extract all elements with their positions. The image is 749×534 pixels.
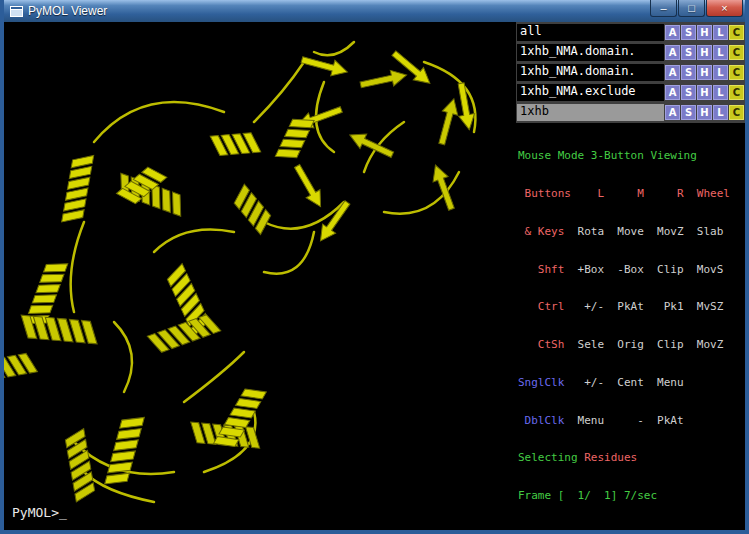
show-button[interactable]: S <box>681 45 696 60</box>
internal-gui-panel: all A S H L C 1xhb_NMA.domain. A S H L C… <box>516 22 745 530</box>
protein-structure <box>4 22 516 526</box>
viewport-3d[interactable]: PyMOL>_ <box>4 22 516 530</box>
show-button[interactable]: S <box>681 105 696 120</box>
color-button[interactable]: C <box>729 105 744 120</box>
selecting-toggle[interactable]: Selecting Residues <box>518 452 745 465</box>
minimize-button[interactable]: – <box>650 0 677 17</box>
label-button[interactable]: L <box>713 85 728 100</box>
show-button[interactable]: S <box>681 85 696 100</box>
action-button[interactable]: A <box>665 105 680 120</box>
mouse-key-row: SnglClk +/- Cent Menu <box>518 377 745 390</box>
hide-button[interactable]: H <box>697 65 712 80</box>
mouse-mode-panel: Mouse Mode 3-Button Viewing Buttons L M … <box>516 123 745 530</box>
object-row: 1xhb_NMA.domain. A S H L C <box>517 43 744 62</box>
show-button[interactable]: S <box>681 65 696 80</box>
hide-button[interactable]: H <box>697 45 712 60</box>
color-button[interactable]: C <box>729 85 744 100</box>
object-name[interactable]: 1xhb_NMA.exclude <box>517 84 664 101</box>
frame-indicator: Frame [ 1/ 1] 7/sec <box>518 490 745 503</box>
movie-controls: |◀ ◀ ■ ▶ ▶| ▶| S ▼ <box>516 530 745 534</box>
object-name[interactable]: 1xhb_NMA.domain. <box>517 64 664 81</box>
hide-button[interactable]: H <box>697 25 712 40</box>
show-button[interactable]: S <box>681 25 696 40</box>
command-prompt[interactable]: PyMOL>_ <box>12 505 67 520</box>
mouse-key-row: DblClk Menu - PkAt <box>518 415 745 428</box>
action-button[interactable]: A <box>665 65 680 80</box>
object-name[interactable]: 1xhb_NMA.domain. <box>517 44 664 61</box>
beta-sheet-domain <box>275 47 477 246</box>
label-button[interactable]: L <box>713 45 728 60</box>
label-button[interactable]: L <box>713 25 728 40</box>
action-button[interactable]: A <box>665 25 680 40</box>
title-bar[interactable]: PyMOL Viewer – □ × <box>4 0 745 22</box>
object-row: all A S H L C <box>517 23 744 42</box>
close-button[interactable]: × <box>706 0 743 17</box>
mouse-key-row: CtSh Sele Orig Clip MovZ <box>518 339 745 352</box>
action-button[interactable]: A <box>665 85 680 100</box>
object-row: 1xhb A S H L C <box>517 103 744 122</box>
object-name[interactable]: all <box>517 24 664 41</box>
alpha-helix-domain <box>4 132 276 502</box>
app-icon <box>10 6 23 17</box>
label-button[interactable]: L <box>713 65 728 80</box>
color-button[interactable]: C <box>729 65 744 80</box>
mouse-key-row: Buttons L M R Wheel <box>518 188 745 201</box>
mouse-key-row: & Keys Rota Move MovZ Slab <box>518 226 745 239</box>
hide-button[interactable]: H <box>697 105 712 120</box>
object-name-selected[interactable]: 1xhb <box>517 104 664 121</box>
action-button[interactable]: A <box>665 45 680 60</box>
object-row: 1xhb_NMA.domain. A S H L C <box>517 63 744 82</box>
color-button[interactable]: C <box>729 25 744 40</box>
object-row: 1xhb_NMA.exclude A S H L C <box>517 83 744 102</box>
window-title: PyMOL Viewer <box>28 4 107 18</box>
window-controls: – □ × <box>649 0 743 17</box>
pymol-window: PyMOL Viewer – □ × <box>0 0 749 534</box>
hide-button[interactable]: H <box>697 85 712 100</box>
label-button[interactable]: L <box>713 105 728 120</box>
mouse-key-row: Ctrl +/- PkAt Pk1 MvSZ <box>518 301 745 314</box>
mouse-key-row: Shft +Box -Box Clip MovS <box>518 264 745 277</box>
object-list: all A S H L C 1xhb_NMA.domain. A S H L C… <box>516 22 745 123</box>
maximize-button[interactable]: □ <box>678 0 705 17</box>
color-button[interactable]: C <box>729 45 744 60</box>
mouse-mode-line[interactable]: Mouse Mode 3-Button Viewing <box>518 150 745 163</box>
